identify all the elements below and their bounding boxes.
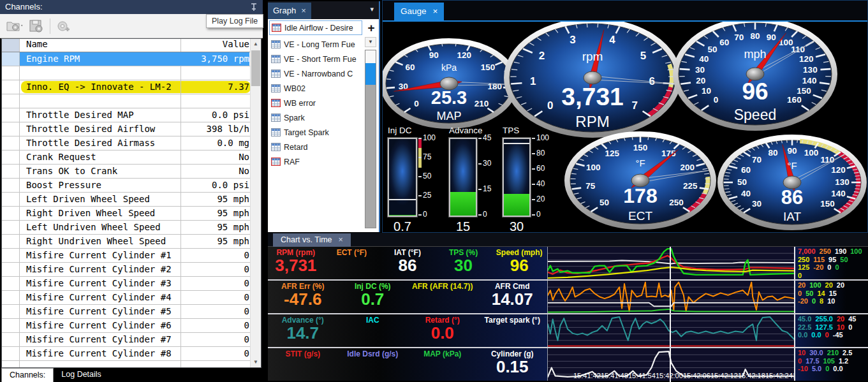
graph-item[interactable]: Retard — [269, 140, 362, 154]
row-selector-cell[interactable] — [2, 108, 20, 122]
row-selector-cell[interactable] — [2, 221, 20, 234]
row-selector-cell[interactable] — [2, 193, 20, 206]
legend-cell[interactable]: IAT (°F)86 — [379, 247, 436, 279]
table-row[interactable]: Left Driven Wheel Speed95 mph — [2, 193, 261, 207]
pin-icon[interactable] — [250, 3, 258, 11]
graph-scrollbar-thumb[interactable] — [365, 63, 376, 85]
channel-value: No — [175, 165, 249, 178]
graph-item[interactable]: RAF — [269, 154, 362, 169]
legend-cell[interactable]: RPM (rpm)3,731 — [268, 247, 324, 279]
value-column-header[interactable]: Value — [175, 39, 249, 52]
chevron-down-icon[interactable]: ▾ — [370, 5, 374, 13]
row-selector-cell[interactable] — [2, 165, 20, 178]
table-row[interactable]: Trans OK to CrankNo — [2, 165, 261, 179]
close-icon[interactable]: × — [339, 235, 343, 244]
bottom-tab-log-details[interactable]: Log Details — [54, 368, 109, 382]
table-row[interactable] — [2, 361, 261, 368]
row-selector-cell[interactable] — [2, 52, 20, 66]
graph-item[interactable]: VE - Long Term Fue — [269, 37, 362, 52]
graph-scrollbar[interactable] — [365, 50, 376, 228]
row-selector-cell[interactable] — [2, 122, 20, 136]
table-row[interactable] — [2, 66, 261, 80]
channels-scrollbar[interactable]: ▲ ▼ — [250, 39, 261, 367]
legend-cell[interactable]: Retard (°)0.0 — [408, 314, 478, 347]
table-row[interactable]: Misfire Current Cylinder #60 — [2, 319, 261, 333]
legend-cell[interactable]: STIT (g/s) — [268, 348, 338, 381]
row-selector-cell[interactable] — [2, 80, 20, 94]
legend-cell[interactable]: AFR Cmd14.07 — [478, 281, 548, 313]
graph-item[interactable]: VE - Short Term Fue — [269, 52, 362, 66]
close-icon[interactable]: × — [301, 6, 306, 15]
graph-item[interactable]: Target Spark — [269, 125, 362, 140]
legend-cell[interactable]: ECT (°F) — [324, 247, 380, 279]
scrollbar-thumb[interactable] — [251, 50, 260, 86]
row-selector-cell[interactable] — [2, 347, 20, 360]
table-row[interactable]: Engine RPM3,750 rpm — [2, 52, 261, 66]
legend-cell[interactable]: Speed (mph)96 — [491, 247, 547, 279]
table-row[interactable]: Throttle Desired Airflow398 lb/h — [2, 122, 261, 136]
table-row[interactable]: Right Undriven Wheel Speed95 mph — [2, 235, 261, 249]
table-row[interactable]: Inno. EQ -> Innovate - LM-27.37 — [2, 80, 261, 94]
scroll-down-button[interactable]: ▼ — [251, 357, 261, 367]
legend-cell[interactable]: AFR (AFR (14.7)) — [408, 281, 478, 313]
row-selector-cell[interactable] — [2, 136, 20, 150]
row-selector-cell[interactable] — [2, 291, 20, 304]
legend-cell[interactable]: IAC — [338, 314, 408, 347]
row-selector-cell[interactable] — [2, 277, 20, 290]
table-row[interactable]: Right Driven Wheel Speed95 mph — [2, 207, 261, 221]
legend-cell[interactable]: TPS (%)30 — [436, 247, 492, 279]
table-row[interactable] — [2, 94, 261, 108]
legend-cell[interactable]: Advance (°)14.7 — [268, 314, 338, 347]
table-row[interactable]: Crank RequestNo — [2, 151, 261, 165]
axis-value: 20 — [825, 281, 833, 289]
table-row[interactable]: Misfire Current Cylinder #80 — [2, 347, 261, 361]
add-channel-button[interactable] — [53, 17, 75, 36]
channels-table-header: Name Value — [2, 39, 261, 52]
table-row[interactable]: Misfire Current Cylinder #10 — [2, 249, 261, 263]
table-row[interactable]: Throttle Desired MAP0.0 psi — [2, 108, 261, 122]
table-row[interactable]: Misfire Current Cylinder #50 — [2, 305, 261, 319]
row-selector-cell[interactable] — [2, 207, 20, 220]
close-icon[interactable]: × — [433, 6, 438, 16]
table-row[interactable]: Misfire Current Cylinder #70 — [2, 333, 261, 347]
graph-item[interactable]: Spark — [269, 110, 362, 125]
legend-cell[interactable]: AFR Err (%)-47.6 — [268, 281, 338, 313]
legend-cell[interactable]: MAP (kPa) — [408, 348, 478, 381]
row-selector-cell[interactable] — [2, 333, 20, 346]
graph-item-selected[interactable]: Idle Airflow - Desire — [269, 20, 362, 35]
tab-gauge[interactable]: Gauge× — [394, 3, 444, 20]
legend-cell[interactable]: Target spark (°) — [478, 314, 548, 347]
graph-item[interactable]: VE - Narrowband C — [269, 66, 362, 81]
row-selector-cell[interactable] — [2, 319, 20, 332]
bottom-tab-channels-[interactable]: Channels: — [1, 368, 54, 382]
row-selector-cell[interactable] — [2, 263, 20, 276]
table-row[interactable]: Left Undriven Wheel Speed95 mph — [2, 221, 261, 235]
row-selector-cell[interactable] — [2, 151, 20, 164]
row-selector-cell[interactable] — [2, 305, 20, 318]
name-column-header[interactable]: Name — [20, 39, 181, 52]
table-row[interactable]: Throttle Desired Airmass0.0 mg — [2, 136, 261, 151]
row-selector-cell[interactable] — [2, 179, 20, 192]
row-selector-cell[interactable] — [2, 249, 20, 262]
add-graph-button[interactable]: + — [365, 20, 378, 35]
open-log-file-button[interactable] — [4, 17, 26, 36]
row-selector-cell[interactable] — [2, 66, 20, 80]
scroll-page-down-button[interactable]: ▼ — [365, 37, 376, 47]
scroll-up-button[interactable]: ▲ — [251, 39, 261, 49]
table-row[interactable]: Boost Pressure0.0 psi — [2, 179, 261, 193]
legend-cell[interactable]: Cylinder (g)0.15 — [478, 348, 548, 381]
tab-chart-vs-time[interactable]: Chart vs. Time× — [273, 233, 351, 247]
legend-cell[interactable]: Idle Dsrd (g/s) — [338, 348, 408, 381]
row-selector-cell[interactable] — [2, 235, 20, 248]
table-row[interactable]: Misfire Current Cylinder #30 — [2, 277, 261, 291]
row-selector-cell[interactable] — [2, 94, 20, 108]
table-row[interactable]: Misfire Current Cylinder #20 — [2, 263, 261, 277]
legend-cell[interactable]: Inj DC (%)0.7 — [338, 281, 408, 313]
graph-item[interactable]: WB02 — [269, 81, 362, 96]
row-selector-cell[interactable] — [2, 361, 20, 368]
chart-cursor-line[interactable] — [670, 247, 671, 382]
graph-item[interactable]: WB error — [269, 96, 362, 110]
tab-graph[interactable]: Graph× — [268, 3, 311, 19]
save-log-file-button[interactable] — [26, 17, 47, 36]
table-row[interactable]: Misfire Current Cylinder #40 — [2, 291, 261, 305]
